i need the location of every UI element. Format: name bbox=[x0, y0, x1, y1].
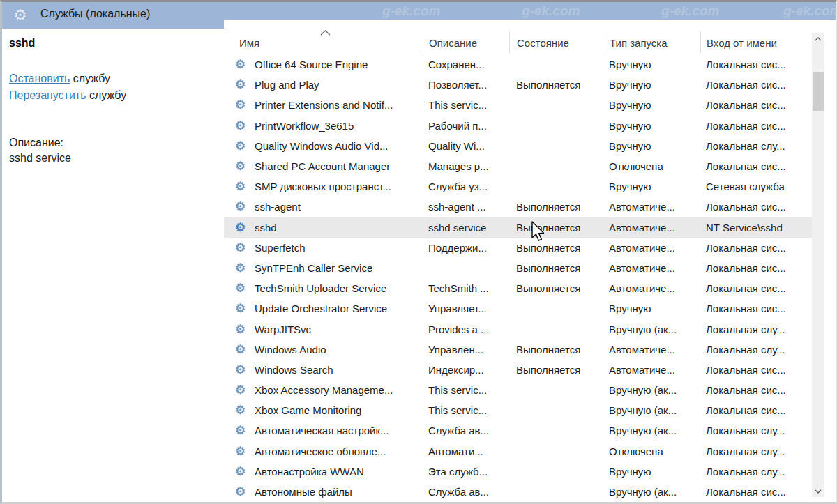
service-startup-cell[interactable]: Вручную bbox=[603, 181, 700, 192]
service-startup-cell[interactable]: Отключена bbox=[603, 160, 700, 172]
service-startup-cell[interactable]: Вручную bbox=[603, 99, 700, 111]
service-description-cell[interactable]: ssh-agent ... bbox=[423, 201, 509, 213]
service-logon-cell[interactable]: Локальная слу... bbox=[700, 445, 813, 457]
service-description-cell[interactable]: Сохранен... bbox=[423, 59, 509, 70]
table-row[interactable]: ⚙ Shared PC Account Manager Manages p...… bbox=[224, 156, 813, 176]
service-startup-cell[interactable]: Отключена bbox=[603, 445, 700, 457]
service-description-cell[interactable]: This servic... bbox=[423, 404, 509, 416]
service-startup-cell[interactable]: Вручную bbox=[603, 140, 700, 152]
service-description-cell[interactable]: Provides a ... bbox=[423, 323, 509, 335]
service-logon-cell[interactable]: Локальная сис... bbox=[700, 404, 813, 416]
service-name-cell[interactable]: ⚙ TechSmith Uploader Service bbox=[224, 282, 423, 294]
service-logon-cell[interactable]: NT Service\sshd bbox=[700, 222, 813, 234]
service-description-cell[interactable]: sshd service bbox=[423, 222, 509, 234]
service-name-cell[interactable]: ⚙ Shared PC Account Manager bbox=[224, 160, 423, 172]
service-logon-cell[interactable]: Локальная сис... bbox=[700, 79, 813, 91]
service-logon-cell[interactable]: Локальная сис... bbox=[700, 120, 813, 132]
service-name-cell[interactable]: ⚙ Автонастройка WWAN bbox=[224, 466, 423, 478]
service-name-cell[interactable]: ⚙ Автоматическое обновле... bbox=[224, 445, 423, 457]
service-logon-cell[interactable]: Локальная сис... bbox=[700, 201, 813, 213]
service-logon-cell[interactable]: Локальная сис... bbox=[700, 160, 813, 172]
service-name-cell[interactable]: ⚙ SynTPEnh Caller Service bbox=[224, 262, 423, 274]
service-startup-cell[interactable]: Вручную (ак... bbox=[603, 486, 700, 498]
service-startup-cell[interactable]: Вручную bbox=[603, 79, 700, 91]
service-description-cell[interactable]: This servic... bbox=[423, 384, 509, 396]
service-description-cell[interactable]: Поддержи... bbox=[423, 242, 509, 254]
restart-service-link[interactable]: Перезапустить bbox=[9, 89, 86, 101]
table-row[interactable]: ⚙ Автономные файлы Служба ав... Вручную … bbox=[224, 482, 813, 502]
service-description-cell[interactable]: Автомати... bbox=[423, 445, 509, 457]
service-startup-cell[interactable]: Автоматиче... bbox=[603, 364, 700, 376]
table-row[interactable]: ⚙ SynTPEnh Caller Service Выполняется Ав… bbox=[224, 258, 813, 278]
service-logon-cell[interactable]: Локальная сис... bbox=[700, 262, 813, 274]
service-startup-cell[interactable]: Вручную (ак... bbox=[603, 425, 700, 436]
service-logon-cell[interactable]: Сетевая служба bbox=[700, 181, 813, 192]
service-logon-cell[interactable]: Локальная сис... bbox=[700, 282, 813, 294]
table-row[interactable]: ⚙ Plug and Play Позволяет... Выполняется… bbox=[224, 75, 813, 95]
service-logon-cell[interactable]: Локальная сис... bbox=[700, 99, 813, 111]
service-status-cell[interactable]: Выполняется bbox=[509, 282, 603, 294]
service-name-cell[interactable]: ⚙ sshd bbox=[224, 222, 423, 234]
service-startup-cell[interactable]: Вручную bbox=[603, 59, 700, 70]
service-name-cell[interactable]: ⚙ Plug and Play bbox=[224, 79, 423, 91]
service-startup-cell[interactable]: Вручную (ак... bbox=[603, 384, 700, 396]
service-startup-cell[interactable]: Вручную bbox=[603, 303, 700, 314]
service-description-cell[interactable]: Эта служб... bbox=[423, 466, 509, 478]
table-row[interactable]: ⚙ Xbox Accessory Manageme... This servic… bbox=[224, 380, 813, 400]
service-startup-cell[interactable]: Автоматиче... bbox=[603, 201, 700, 213]
service-description-cell[interactable]: Управлен... bbox=[423, 344, 509, 356]
service-name-cell[interactable]: ⚙ Windows Audio bbox=[224, 344, 423, 356]
service-startup-cell[interactable]: Автоматиче... bbox=[603, 344, 700, 356]
column-header-status[interactable]: Состояние bbox=[509, 31, 603, 53]
table-row[interactable]: ⚙ Update Orchestrator Service Управляет.… bbox=[224, 298, 813, 319]
table-row[interactable]: ⚙ WarpJITSvc Provides a ... Вручную (ак.… bbox=[224, 319, 813, 339]
scroll-up-icon[interactable] bbox=[812, 33, 824, 45]
service-status-cell[interactable]: Выполняется bbox=[509, 262, 603, 274]
service-logon-cell[interactable]: Локальная сис... bbox=[700, 242, 813, 254]
service-description-cell[interactable]: Служба ав... bbox=[423, 486, 509, 498]
service-status-cell[interactable]: Выполняется bbox=[509, 222, 603, 234]
service-startup-cell[interactable]: Автоматиче... bbox=[603, 282, 700, 294]
service-name-cell[interactable]: ⚙ Автономные файлы bbox=[224, 486, 423, 498]
service-logon-cell[interactable]: Локальная сис... bbox=[700, 59, 813, 70]
service-logon-cell[interactable]: Локальная слу... bbox=[700, 466, 813, 478]
service-logon-cell[interactable]: Локальная сис... bbox=[700, 303, 813, 314]
table-row[interactable]: ⚙ sshd sshd service Выполняется Автомати… bbox=[224, 217, 813, 238]
service-name-cell[interactable]: ⚙ Printer Extensions and Notif... bbox=[224, 99, 423, 111]
service-name-cell[interactable]: ⚙ Xbox Accessory Manageme... bbox=[224, 384, 423, 396]
table-row[interactable]: ⚙ Quality Windows Audio Vid... Quality W… bbox=[224, 136, 813, 156]
column-header-startup[interactable]: Тип запуска bbox=[603, 31, 700, 53]
service-name-cell[interactable]: ⚙ PrintWorkflow_3e615 bbox=[224, 120, 423, 132]
service-status-cell[interactable]: Выполняется bbox=[509, 364, 603, 376]
service-description-cell[interactable]: Quality Wi... bbox=[423, 140, 509, 152]
table-row[interactable]: ⚙ Superfetch Поддержи... Выполняется Авт… bbox=[224, 238, 813, 258]
table-row[interactable]: ⚙ Windows Search Индексир... Выполняется… bbox=[224, 360, 813, 380]
service-logon-cell[interactable]: Локальная слу... bbox=[700, 323, 813, 335]
service-startup-cell[interactable]: Вручную (ак... bbox=[603, 404, 700, 416]
table-row[interactable]: ⚙ Printer Extensions and Notif... This s… bbox=[224, 95, 813, 115]
column-header-logon[interactable]: Вход от имени bbox=[700, 31, 813, 53]
service-status-cell[interactable]: Выполняется bbox=[509, 242, 603, 254]
service-startup-cell[interactable]: Вручную (ак... bbox=[603, 323, 700, 335]
service-startup-cell[interactable]: Автоматиче... bbox=[603, 222, 700, 234]
table-row[interactable]: ⚙ PrintWorkflow_3e615 Рабочий п... Вручн… bbox=[224, 116, 813, 136]
service-description-cell[interactable]: Служба ав... bbox=[423, 425, 509, 436]
service-startup-cell[interactable]: Автоматиче... bbox=[603, 242, 700, 254]
service-startup-cell[interactable]: Вручную bbox=[603, 466, 700, 478]
service-description-cell[interactable]: Рабочий п... bbox=[423, 120, 509, 132]
service-name-cell[interactable]: ⚙ Windows Search bbox=[224, 364, 423, 376]
service-name-cell[interactable]: ⚙ Автоматическая настройк... bbox=[224, 425, 423, 436]
service-name-cell[interactable]: ⚙ Update Orchestrator Service bbox=[224, 303, 423, 314]
table-row[interactable]: ⚙ Автонастройка WWAN Эта служб... Вручну… bbox=[224, 461, 813, 482]
scrollbar-thumb[interactable] bbox=[813, 72, 824, 111]
service-name-cell[interactable]: ⚙ ssh-agent bbox=[224, 201, 423, 213]
service-description-cell[interactable]: Управляет... bbox=[423, 303, 509, 314]
service-description-cell[interactable]: Служба уз... bbox=[423, 181, 509, 192]
table-row[interactable]: ⚙ Автоматическое обновле... Автомати... … bbox=[224, 441, 813, 461]
service-description-cell[interactable]: Позволяет... bbox=[423, 79, 509, 91]
vertical-scrollbar[interactable] bbox=[812, 33, 824, 497]
table-row[interactable]: ⚙ Автоматическая настройк... Служба ав..… bbox=[224, 420, 813, 441]
service-name-cell[interactable]: ⚙ Quality Windows Audio Vid... bbox=[224, 140, 423, 152]
service-logon-cell[interactable]: Локальная слу... bbox=[700, 425, 813, 436]
service-logon-cell[interactable]: Локальная сис... bbox=[700, 384, 813, 396]
